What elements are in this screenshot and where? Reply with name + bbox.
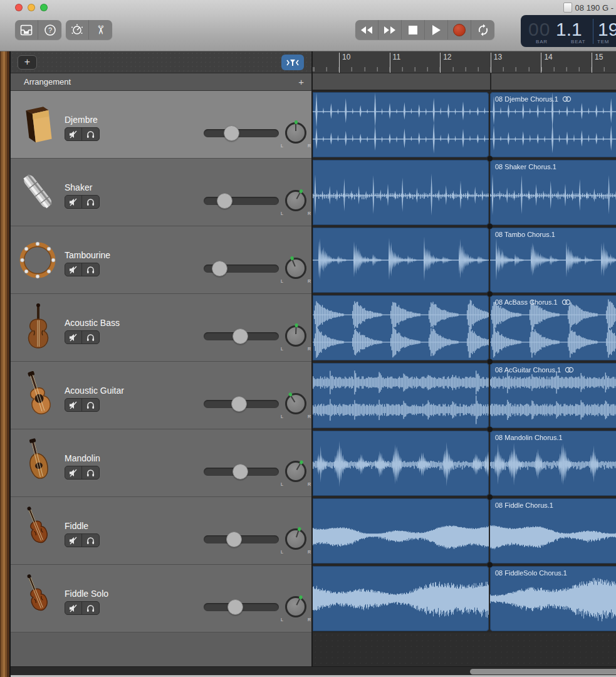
lcd-display[interactable]: 00 1.1 BAR BEAT 19 TEM xyxy=(521,15,616,47)
minimize-button[interactable] xyxy=(28,4,35,11)
volume-slider-thumb[interactable] xyxy=(212,261,227,276)
scrollbar-thumb[interactable] xyxy=(470,669,616,674)
pan-knob[interactable] xyxy=(285,596,306,617)
arrangement-lane[interactable] xyxy=(313,73,616,91)
pan-knob[interactable] xyxy=(285,528,306,550)
track-name[interactable]: Acoustic Guitar xyxy=(65,386,124,396)
volume-slider-thumb[interactable] xyxy=(232,328,248,344)
record-button[interactable] xyxy=(448,20,471,39)
rewind-button[interactable] xyxy=(355,20,378,39)
volume-slider[interactable] xyxy=(204,265,279,273)
input-monitor-button[interactable] xyxy=(82,602,99,614)
input-monitor-button[interactable] xyxy=(82,196,99,208)
library-button[interactable] xyxy=(15,20,38,39)
track-header-row[interactable]: Acoustic Guitar L R xyxy=(11,362,311,429)
audio-region[interactable]: 08 Fiddle Chorus.1 xyxy=(490,498,616,564)
track-header-row[interactable]: Mandolin L R xyxy=(11,429,311,497)
mute-button[interactable] xyxy=(65,331,82,344)
pan-knob[interactable] xyxy=(285,393,306,414)
input-monitor-button[interactable] xyxy=(82,263,99,276)
pan-left-label: L xyxy=(281,279,283,283)
track-button-group xyxy=(65,601,100,615)
zoom-button[interactable] xyxy=(40,4,48,11)
track-name[interactable]: Fiddle Solo xyxy=(65,589,108,599)
forward-button[interactable] xyxy=(378,20,402,39)
document-proxy-icon[interactable] xyxy=(563,3,572,13)
pan-knob[interactable] xyxy=(285,461,306,482)
audio-region[interactable]: 08 FiddleSolo Chorus.1 xyxy=(490,566,616,631)
track-name[interactable]: Djembre xyxy=(65,115,98,125)
track-header-row[interactable]: Fiddle Solo L R xyxy=(11,565,311,632)
audio-region[interactable]: 08 Djembe Chorus.1 xyxy=(490,92,616,157)
track-header-row[interactable]: Tambourine L R xyxy=(11,226,311,294)
arrangement-row[interactable]: Arrangement + xyxy=(11,73,311,91)
tambourine-instrument-icon xyxy=(17,234,60,286)
track-header-row[interactable]: Fiddle L R xyxy=(11,497,311,565)
volume-slider[interactable] xyxy=(204,197,279,205)
volume-slider[interactable] xyxy=(204,129,279,137)
cycle-button[interactable] xyxy=(471,20,494,39)
track-name[interactable]: Mandolin xyxy=(65,453,100,463)
guitar-instrument-icon xyxy=(17,369,60,422)
horizontal-scrollbar[interactable] xyxy=(11,666,616,675)
volume-slider[interactable] xyxy=(204,535,279,543)
smart-controls-button[interactable] xyxy=(66,20,89,39)
input-monitor-button[interactable] xyxy=(82,331,99,344)
mute-button[interactable] xyxy=(65,534,82,547)
audio-region[interactable] xyxy=(313,295,489,360)
catch-filter-button[interactable] xyxy=(281,55,304,70)
volume-slider-thumb[interactable] xyxy=(217,193,232,209)
track-header-row[interactable]: Acoustic Bass L R xyxy=(11,294,311,362)
input-monitor-button[interactable] xyxy=(82,128,99,140)
input-monitor-button[interactable] xyxy=(82,534,99,547)
audio-region[interactable]: 08 Mandolin Chorus.1 xyxy=(490,431,616,496)
audio-region[interactable]: 08 AcBass Chorus.1 xyxy=(490,295,616,360)
audio-region[interactable]: 08 Shaker Chorus.1 xyxy=(490,160,616,225)
volume-slider[interactable] xyxy=(204,332,279,340)
volume-slider[interactable] xyxy=(204,603,279,611)
pan-knob[interactable] xyxy=(285,122,306,144)
input-monitor-button[interactable] xyxy=(82,466,99,479)
volume-slider-thumb[interactable] xyxy=(231,396,247,412)
mute-icon xyxy=(69,266,78,274)
audio-region[interactable] xyxy=(313,566,489,631)
close-button[interactable] xyxy=(15,4,23,11)
track-name[interactable]: Tambourine xyxy=(65,250,110,260)
audio-region[interactable] xyxy=(313,228,489,293)
pan-knob[interactable] xyxy=(285,190,306,211)
stop-button[interactable] xyxy=(402,20,425,39)
audio-region[interactable]: 08 Tambo Chorus.1 xyxy=(490,228,616,293)
add-track-button[interactable]: + xyxy=(18,55,37,70)
volume-slider-thumb[interactable] xyxy=(227,599,243,615)
timeline-ruler[interactable]: 101112131415 xyxy=(313,51,616,73)
audio-region[interactable] xyxy=(313,92,489,157)
audio-region[interactable] xyxy=(313,363,489,428)
pan-knob[interactable] xyxy=(285,258,306,279)
mute-button[interactable] xyxy=(65,263,82,276)
track-name[interactable]: Fiddle xyxy=(65,521,88,531)
editor-button[interactable]: ✂ xyxy=(89,20,112,39)
track-name[interactable]: Shaker xyxy=(65,182,92,192)
audio-region[interactable]: 08 AcGuitar Chorus.1 xyxy=(490,363,616,428)
arrangement-add-button[interactable]: + xyxy=(298,73,304,91)
track-header-row[interactable]: Djembre L R xyxy=(11,91,311,159)
mute-button[interactable] xyxy=(65,128,82,140)
play-button[interactable] xyxy=(425,20,448,39)
track-name[interactable]: Acoustic Bass xyxy=(65,318,120,328)
mute-button[interactable] xyxy=(65,602,82,614)
quick-help-button[interactable]: ? xyxy=(38,20,61,39)
volume-slider[interactable] xyxy=(204,468,279,476)
volume-slider-thumb[interactable] xyxy=(232,464,248,480)
pan-knob[interactable] xyxy=(285,325,306,347)
volume-slider-thumb[interactable] xyxy=(226,532,242,547)
mute-button[interactable] xyxy=(65,196,82,208)
audio-region[interactable] xyxy=(313,431,489,496)
input-monitor-button[interactable] xyxy=(82,399,99,411)
mute-button[interactable] xyxy=(65,466,82,479)
audio-region[interactable] xyxy=(313,498,489,564)
audio-region[interactable] xyxy=(313,160,489,225)
volume-slider[interactable] xyxy=(204,400,279,408)
mute-button[interactable] xyxy=(65,399,82,411)
volume-slider-thumb[interactable] xyxy=(224,125,239,141)
track-header-row[interactable]: Shaker L R xyxy=(11,159,311,226)
